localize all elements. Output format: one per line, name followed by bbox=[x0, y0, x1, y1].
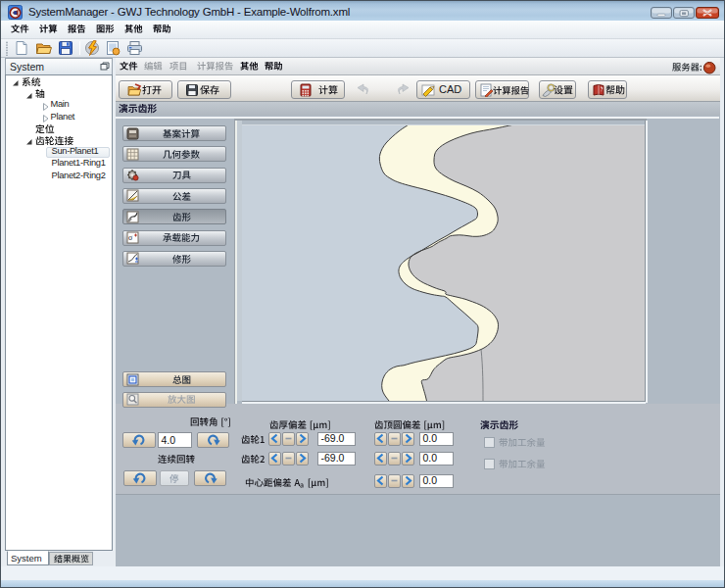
svg-text:σ: σ bbox=[128, 233, 133, 242]
